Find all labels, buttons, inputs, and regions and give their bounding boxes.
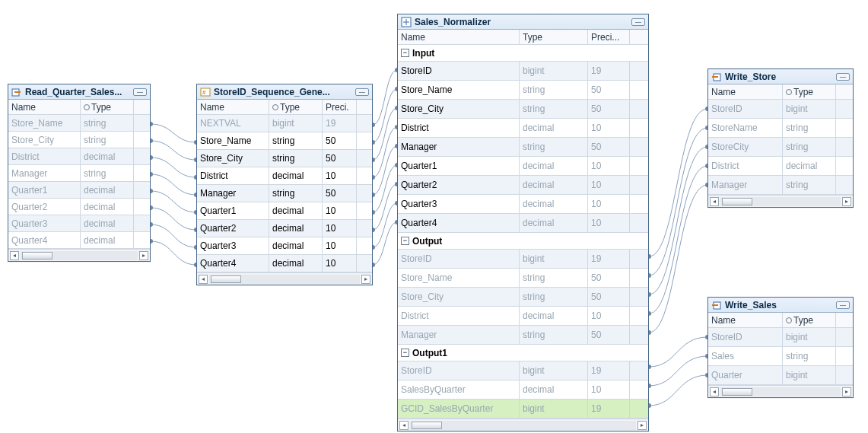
- table-row[interactable]: Salesstring: [708, 347, 853, 366]
- column-headers[interactable]: Name Type Preci...: [398, 30, 648, 45]
- node-title-bar[interactable]: Write_Store —: [708, 69, 853, 84]
- scroll-left-icon[interactable]: ◂: [399, 421, 409, 430]
- cell-type: decimal: [81, 148, 134, 164]
- table-row[interactable]: Quarter1decimal: [8, 182, 150, 199]
- table-row[interactable]: Quarter2decimal: [8, 199, 150, 215]
- table-row[interactable]: Managerstring50: [197, 185, 372, 202]
- scroll-right-icon[interactable]: ▸: [361, 275, 370, 284]
- horizontal-scrollbar[interactable]: ◂ ▸: [398, 419, 648, 431]
- table-row[interactable]: SalesByQuarterdecimal10: [398, 380, 648, 400]
- scroll-right-icon[interactable]: ▸: [139, 251, 148, 260]
- column-headers[interactable]: Name Type: [708, 84, 853, 100]
- cell-name: District: [398, 307, 520, 325]
- node-title-text: Sales_Normalizer: [415, 17, 628, 27]
- table-row[interactable]: Quarter2decimal10: [197, 220, 372, 237]
- group-output[interactable]: − Output: [398, 233, 648, 250]
- scroll-right-icon[interactable]: ▸: [842, 197, 851, 206]
- table-row[interactable]: StoreNamestring: [708, 119, 853, 138]
- table-row[interactable]: Store_Namestring50: [398, 269, 648, 288]
- header-name: Name: [8, 100, 81, 114]
- node-title-bar[interactable]: Read_Quarter_Sales... —: [8, 84, 150, 100]
- collapse-icon[interactable]: —: [355, 88, 369, 96]
- table-row[interactable]: NEXTVALbigint19: [197, 115, 372, 132]
- table-row[interactable]: Managerstring50: [398, 138, 648, 157]
- cell-type: decimal: [81, 199, 134, 215]
- table-row[interactable]: Quarter4decimal10: [197, 255, 372, 272]
- table-row[interactable]: Store_Namestring: [8, 115, 150, 132]
- cell-spacer: [357, 132, 372, 149]
- table-row[interactable]: StoreIDbigint: [708, 100, 853, 119]
- node-sales-normalizer[interactable]: Sales_Normalizer — Name Type Preci... − …: [397, 14, 649, 431]
- source-reader-icon: [11, 87, 22, 97]
- node-read-quarter-sales[interactable]: Read_Quarter_Sales... — Name Type Store_…: [8, 84, 151, 262]
- scroll-right-icon[interactable]: ▸: [637, 421, 647, 430]
- cell-spacer: [630, 157, 648, 175]
- table-row[interactable]: Quarter1decimal10: [398, 157, 648, 176]
- node-write-sales[interactable]: Write_Sales — Name Type StoreIDbigintSal…: [707, 297, 854, 398]
- table-row[interactable]: StoreIDbigint19: [398, 62, 648, 81]
- cell-type: decimal: [81, 215, 134, 231]
- table-row[interactable]: StoreIDbigint: [708, 328, 853, 347]
- cell-name: District: [197, 167, 269, 184]
- table-row[interactable]: Quarter3decimal10: [197, 237, 372, 255]
- horizontal-scrollbar[interactable]: ◂ ▸: [708, 195, 853, 207]
- horizontal-scrollbar[interactable]: ◂ ▸: [197, 272, 372, 285]
- scroll-left-icon[interactable]: ◂: [710, 197, 719, 206]
- node-title-bar[interactable]: Sales_Normalizer —: [398, 14, 648, 30]
- group-toggle-icon[interactable]: −: [401, 49, 409, 57]
- table-row[interactable]: Quarter4decimal: [8, 232, 150, 249]
- collapse-icon[interactable]: —: [836, 73, 850, 81]
- table-row[interactable]: Districtdecimal: [708, 157, 853, 176]
- collapse-icon[interactable]: —: [836, 301, 850, 309]
- cell-name: StoreID: [708, 328, 783, 346]
- cell-name: Quarter3: [8, 215, 81, 231]
- table-row[interactable]: Quarterbigint: [708, 366, 853, 385]
- scroll-left-icon[interactable]: ◂: [10, 251, 19, 260]
- table-row[interactable]: Store_Citystring50: [398, 100, 648, 119]
- table-row[interactable]: StoreIDbigint19: [398, 361, 648, 380]
- node-title-bar[interactable]: Write_Sales —: [708, 298, 853, 313]
- table-row[interactable]: Districtdecimal10: [398, 119, 648, 138]
- table-row[interactable]: Managerstring50: [398, 326, 648, 345]
- table-row[interactable]: Quarter1decimal10: [197, 202, 372, 220]
- table-row[interactable]: Managerstring: [8, 165, 150, 182]
- group-toggle-icon[interactable]: −: [401, 349, 409, 357]
- column-headers[interactable]: Name Type: [708, 313, 853, 328]
- column-headers[interactable]: Name Type Preci.: [197, 100, 372, 115]
- table-row[interactable]: Quarter2decimal10: [398, 176, 648, 195]
- table-row[interactable]: Quarter3decimal: [8, 215, 150, 232]
- collapse-icon[interactable]: —: [631, 18, 645, 26]
- header-precision: Preci...: [588, 30, 630, 44]
- table-row[interactable]: Store_Citystring: [8, 132, 150, 148]
- table-row[interactable]: Store_Namestring50: [197, 132, 372, 150]
- table-row[interactable]: Quarter3decimal10: [398, 195, 648, 214]
- horizontal-scrollbar[interactable]: ◂ ▸: [8, 249, 150, 261]
- group-input[interactable]: − Input: [398, 45, 648, 62]
- table-row[interactable]: Managerstring: [708, 176, 853, 195]
- table-row[interactable]: Districtdecimal: [8, 148, 150, 165]
- scroll-left-icon[interactable]: ◂: [199, 275, 208, 284]
- table-row[interactable]: Districtdecimal10: [398, 307, 648, 326]
- table-row[interactable]: Store_Citystring50: [197, 150, 372, 167]
- table-row[interactable]: Store_Namestring50: [398, 81, 648, 100]
- scroll-right-icon[interactable]: ▸: [842, 387, 851, 396]
- scroll-left-icon[interactable]: ◂: [710, 387, 719, 396]
- group-output1[interactable]: − Output1: [398, 345, 648, 361]
- collapse-icon[interactable]: —: [133, 88, 147, 96]
- cell-type: decimal: [81, 182, 134, 198]
- horizontal-scrollbar[interactable]: ◂ ▸: [708, 385, 853, 397]
- cell-name: Quarter1: [398, 157, 520, 175]
- table-row[interactable]: StoreIDbigint19: [398, 250, 648, 269]
- column-headers[interactable]: Name Type: [8, 100, 150, 115]
- cell-spacer: [836, 176, 853, 194]
- table-row[interactable]: Districtdecimal10: [197, 167, 372, 185]
- node-title-bar[interactable]: # StoreID_Sequence_Gene... —: [197, 84, 372, 100]
- table-row[interactable]: StoreCitystring: [708, 138, 853, 157]
- table-row[interactable]: GCID_SalesByQuarterbigint19: [398, 400, 648, 419]
- group-toggle-icon[interactable]: −: [401, 237, 409, 245]
- table-row[interactable]: Store_Citystring50: [398, 288, 648, 307]
- table-row[interactable]: Quarter4decimal10: [398, 214, 648, 233]
- cell-type: decimal: [783, 157, 836, 175]
- node-write-store[interactable]: Write_Store — Name Type StoreIDbigintSto…: [707, 68, 854, 208]
- node-storeid-sequence-generator[interactable]: # StoreID_Sequence_Gene... — Name Type P…: [196, 84, 373, 285]
